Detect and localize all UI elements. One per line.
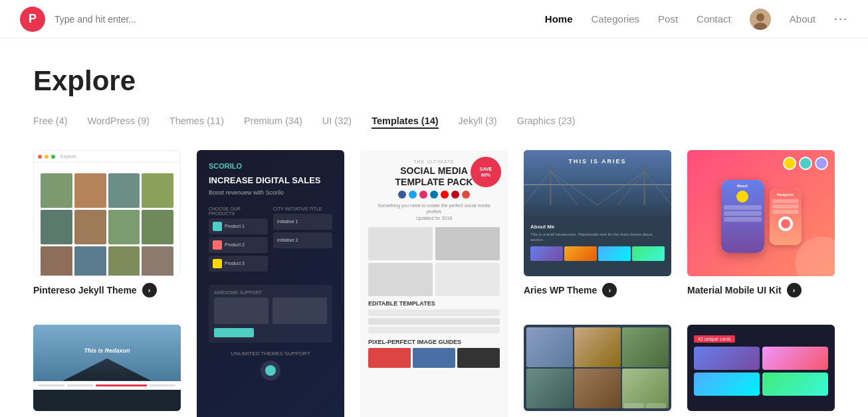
phone-app-title: Menuli (737, 184, 748, 188)
photo-1 (526, 327, 573, 367)
aries-about-text: About Me (530, 224, 665, 230)
main-nav: Home Categories Post Contact About ··· (545, 9, 848, 30)
nav-item-bar (772, 210, 799, 214)
scorilo-item-text: Product 3 (225, 261, 245, 266)
nav-categories[interactable]: Categories (592, 13, 640, 25)
aries-btn-row (624, 403, 666, 408)
filter-jekyll[interactable]: Jekyll (3) (459, 116, 497, 129)
search-input[interactable] (54, 14, 187, 25)
social-title: SOCIAL MEDIATEMPLATE PACK (395, 165, 473, 188)
redaxun-tagline: This is Redaxun (84, 347, 130, 354)
card-material[interactable]: Menuli Navigation (687, 150, 835, 309)
pixel-label: PIXEL-PERFECT IMAGE GUIDES (368, 339, 500, 345)
pintereso-cell (74, 246, 106, 276)
social-icons-row (398, 191, 470, 199)
card-aries[interactable]: THIS IS ARIES About Me (524, 150, 671, 309)
scorilo-item-img (213, 240, 222, 250)
filter-templates[interactable]: Templates (14) (372, 116, 438, 129)
preview-item (435, 227, 500, 260)
scorilo-sub: Boost revenuew with Scorilo (209, 189, 332, 196)
avatar[interactable] (750, 9, 771, 30)
menu-item (724, 211, 762, 216)
aries-bottom-preview (524, 325, 671, 411)
nav-post[interactable]: Post (658, 13, 678, 25)
pintereso-cell (108, 210, 140, 244)
card-scorilo[interactable]: SCORILO INCREASE DIGITAL SALES Boost rev… (197, 150, 344, 417)
card-social[interactable]: SAVE 60% THE ULTIMATE SOCIAL MEDIATEMPLA… (360, 150, 508, 417)
filter-free[interactable]: Free (4) (33, 116, 68, 129)
editable-list (368, 309, 500, 333)
photo-6 (622, 369, 669, 408)
material-arrow-icon[interactable]: › (787, 283, 802, 297)
scorilo-item: Product 2 (209, 237, 268, 253)
card-material-title: Material Mobile UI Kit › (687, 283, 835, 297)
filter-wordpress[interactable]: WordPress (9) (88, 116, 150, 129)
scorilo-item: Product 3 (209, 256, 268, 272)
scorilo-item-img (213, 259, 222, 268)
phone-avatar-circle (778, 216, 793, 231)
avatar-3 (815, 157, 828, 170)
instagram-icon (419, 191, 427, 199)
nav-more[interactable]: ··· (834, 12, 848, 26)
redaxun-preview: This is Redaxun (33, 325, 181, 411)
cards-grid: Explore Pintereso J (33, 150, 835, 417)
aries-lower-content: About Me This is a brief introduction. P… (524, 220, 671, 266)
card-pintereso[interactable]: Explore Pintereso J (33, 150, 181, 309)
material-preview: Menuli Navigation (687, 150, 835, 276)
dot-green (51, 155, 55, 159)
scorilo-item-text: Product 1 (225, 224, 245, 228)
aries-bridge-img: THIS IS ARIES (524, 150, 671, 220)
phone-user-avatar (736, 191, 748, 203)
card-aries-bottom[interactable]: Aries WP Theme › (524, 325, 671, 417)
preview-item (368, 227, 433, 260)
filter-themes[interactable]: Themes (11) (169, 116, 224, 129)
filter-ui[interactable]: UI (32) (322, 116, 352, 129)
filter-graphics[interactable]: Graphics (23) (517, 116, 576, 129)
aries-arrow-icon[interactable]: › (602, 283, 617, 297)
material-avatars (783, 157, 828, 170)
photo-2 (574, 327, 621, 367)
filter-premium[interactable]: Premium (34) (244, 116, 302, 129)
material-title-text: Material Mobile UI Kit (687, 285, 782, 295)
pintereso-cell (142, 210, 173, 244)
pintereso-cell (74, 173, 106, 208)
pintereso-arrow-icon[interactable]: › (142, 283, 157, 297)
scorilo-item-img (213, 222, 222, 231)
dot-red (38, 155, 42, 159)
scorilo-col-label: CHOOSE OUR PRODUCTS (209, 207, 268, 216)
save-percent: 60% (481, 172, 490, 178)
card-material-bottom[interactable]: 42 unique cards (687, 325, 835, 417)
nav-home[interactable]: Home (545, 13, 573, 25)
pintereso-grid (34, 163, 180, 276)
sample-card (762, 373, 828, 396)
header: P Home Categories Post Contact About ··· (0, 0, 868, 39)
svg-point-1 (756, 13, 764, 21)
logo-text: P (29, 12, 37, 26)
nav-bar-item (150, 384, 175, 386)
material-bottom-preview: 42 unique cards (687, 325, 835, 411)
phone-menu-items (724, 205, 762, 222)
card-pintereso-title: Pintereso Jekyll Theme › (33, 283, 181, 297)
svg-line-10 (617, 171, 644, 205)
youtube-icon (441, 191, 449, 199)
phone-screen: Menuli (721, 180, 764, 253)
aries-btn (646, 403, 666, 408)
pixel-item (368, 348, 411, 368)
scorilo-item-text: Product 2 (225, 242, 245, 247)
avatar-2 (799, 157, 812, 170)
nav-contact[interactable]: Contact (697, 13, 731, 25)
nav-bar-item-active (96, 384, 148, 386)
svg-line-6 (524, 171, 550, 205)
editable-item (368, 327, 500, 333)
scorilo-col-label: CITY INITIATIVE TITLE (273, 207, 332, 211)
redaxun-nav-items (39, 384, 175, 386)
pintereso-cell (142, 173, 173, 208)
nav-about[interactable]: About (790, 13, 815, 25)
scorilo-item-text: Initiative 1 (277, 219, 298, 224)
card-redaxun[interactable]: This is Redaxun (33, 325, 181, 417)
nav-item-bar (772, 199, 799, 203)
save-text: SAVE (480, 166, 492, 172)
logo[interactable]: P (20, 7, 45, 32)
page-title: Explore (33, 65, 835, 97)
aries-gallery (530, 246, 665, 261)
